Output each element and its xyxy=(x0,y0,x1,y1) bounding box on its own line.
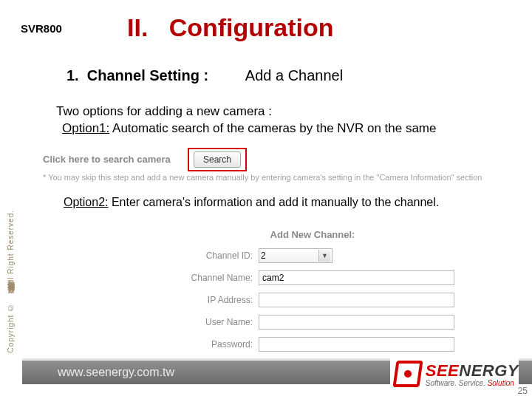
slide: Copyright © 崧晟科技股份有限公司. All Right Reserv… xyxy=(0,0,532,399)
label-user: User Name: xyxy=(139,317,259,327)
chevron-down-icon: ▼ xyxy=(318,250,330,262)
option2-label: Option2: xyxy=(64,196,108,208)
input-user[interactable] xyxy=(259,315,454,330)
input-pass[interactable] xyxy=(259,337,454,352)
select-value: 2 xyxy=(261,250,266,261)
row-user: User Name: xyxy=(139,314,486,330)
logo: SEENERGY Software. Service. Solution xyxy=(390,356,519,392)
section-heading: 1. Channel Setting : Add a Channel xyxy=(66,67,343,84)
select-channel-id[interactable]: 2 ▼ xyxy=(259,248,332,263)
copyright-text: Copyright © 崧晟科技股份有限公司. All Right Reserv… xyxy=(4,210,18,353)
section-number: 1. xyxy=(66,67,79,83)
form-title: Add New Channel: xyxy=(139,229,486,240)
tagline-a: Software. Service. xyxy=(426,379,488,387)
label-pass: Password: xyxy=(139,339,259,349)
brand-see: SEE xyxy=(426,361,460,380)
search-hint: Click here to search camera xyxy=(43,154,171,165)
body-text: Two options for adding a new camera : Op… xyxy=(56,103,514,137)
brand-text: SEENERGY Software. Service. Solution xyxy=(426,361,519,387)
title-text: Configuration xyxy=(169,13,334,41)
skip-note: * You may skip this step and add a new c… xyxy=(43,173,482,182)
input-ip[interactable] xyxy=(259,293,454,307)
label-channel-name: Channel Name: xyxy=(139,273,259,283)
input-channel-name[interactable] xyxy=(259,270,454,285)
search-highlight: Search xyxy=(188,148,247,171)
option2-line: Option2: Enter camera's information and … xyxy=(64,195,507,211)
slide-title: II. Configuration xyxy=(127,13,334,42)
option1-line: Option1: Automatic search of the cameras… xyxy=(62,120,514,136)
row-pass: Password: xyxy=(139,336,486,352)
intro-line: Two options for adding a new camera : xyxy=(56,103,514,119)
logo-mark-icon xyxy=(395,361,421,387)
row-channel-id: Channel ID: 2 ▼ xyxy=(139,248,486,264)
footer-url: www.seenergy.com.tw xyxy=(58,366,174,379)
product-code: SVR800 xyxy=(21,22,62,35)
option2-text: Enter camera's information and add it ma… xyxy=(108,196,439,208)
tagline-b: Solution xyxy=(488,379,514,387)
brand-name: SEENERGY xyxy=(426,361,519,381)
footer: www.seenergy.com.tw SEENERGY Software. S… xyxy=(0,353,532,399)
brand-tagline: Software. Service. Solution xyxy=(426,379,519,387)
row-ip: IP Address: xyxy=(139,292,486,308)
search-panel: Click here to search camera Search * You… xyxy=(38,146,504,188)
vertical-copyright: Copyright © 崧晟科技股份有限公司. All Right Reserv… xyxy=(4,210,18,355)
search-button[interactable]: Search xyxy=(194,151,241,168)
option1-label: Option1: xyxy=(62,121,109,135)
section-label: Channel Setting : xyxy=(87,67,208,83)
title-roman: II. xyxy=(127,13,148,41)
page-number: 25 xyxy=(518,386,528,396)
label-channel-id: Channel ID: xyxy=(139,250,259,261)
option1-text: Automatic search of the cameras by the N… xyxy=(109,121,436,135)
label-ip: IP Address: xyxy=(139,295,259,305)
section-right: Add a Channel xyxy=(245,67,343,83)
brand-nergy: NERGY xyxy=(459,361,519,380)
row-channel-name: Channel Name: xyxy=(139,270,486,286)
